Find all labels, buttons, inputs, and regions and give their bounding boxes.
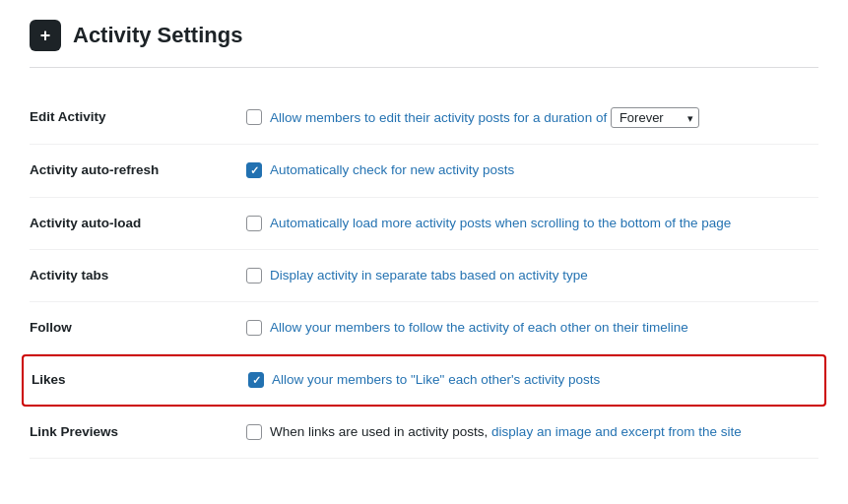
row-label-activity-auto-load: Activity auto-load bbox=[30, 214, 246, 230]
settings-row-link-previews: Link PreviewsWhen links are used in acti… bbox=[30, 407, 818, 459]
settings-row-edit-activity: Edit ActivityAllow members to edit their… bbox=[30, 92, 818, 145]
checkbox-activity-tabs[interactable] bbox=[246, 268, 262, 284]
row-label-activity-tabs: Activity tabs bbox=[30, 266, 246, 283]
page-header: + Activity Settings bbox=[30, 20, 818, 68]
row-label-likes: Likes bbox=[32, 370, 248, 387]
row-content-follow: Allow your members to follow the activit… bbox=[246, 318, 818, 338]
settings-row-follow: FollowAllow your members to follow the a… bbox=[30, 302, 818, 354]
row-description-activity-tabs: Display activity in separate tabs based … bbox=[270, 266, 588, 285]
row-content-link-previews: When links are used in activity posts, d… bbox=[246, 422, 818, 442]
settings-row-likes: LikesAllow your members to "Like" each o… bbox=[22, 354, 826, 406]
row-content-activity-auto-refresh: Automatically check for new activity pos… bbox=[246, 160, 818, 180]
row-description-activity-auto-refresh: Automatically check for new activity pos… bbox=[270, 160, 514, 180]
row-description-edit-activity: Allow members to edit their activity pos… bbox=[270, 107, 699, 128]
page-title: Activity Settings bbox=[73, 23, 242, 48]
row-description-follow: Allow your members to follow the activit… bbox=[270, 318, 688, 338]
row-content-edit-activity: Allow members to edit their activity pos… bbox=[246, 107, 818, 128]
row-description-link-previews: When links are used in activity posts, d… bbox=[270, 422, 742, 442]
row-content-activity-auto-load: Automatically load more activity posts w… bbox=[246, 214, 818, 233]
row-description-likes: Allow your members to "Like" each other'… bbox=[272, 370, 600, 390]
checkbox-follow[interactable] bbox=[246, 320, 262, 336]
checkbox-link-previews[interactable] bbox=[246, 424, 262, 440]
row-content-likes: Allow your members to "Like" each other'… bbox=[248, 370, 816, 390]
row-label-edit-activity: Edit Activity bbox=[30, 107, 246, 124]
row-description-activity-auto-load: Automatically load more activity posts w… bbox=[270, 214, 731, 233]
settings-list: Edit ActivityAllow members to edit their… bbox=[30, 92, 818, 459]
settings-row-activity-tabs: Activity tabsDisplay activity in separat… bbox=[30, 250, 818, 302]
checkbox-activity-auto-refresh[interactable] bbox=[246, 162, 262, 178]
row-label-follow: Follow bbox=[30, 318, 246, 335]
row-label-activity-auto-refresh: Activity auto-refresh bbox=[30, 160, 246, 177]
checkbox-activity-auto-load[interactable] bbox=[246, 216, 262, 231]
row-content-activity-tabs: Display activity in separate tabs based … bbox=[246, 266, 818, 285]
checkbox-likes[interactable] bbox=[248, 372, 264, 388]
header-icon: + bbox=[30, 20, 61, 51]
checkbox-edit-activity[interactable] bbox=[246, 109, 262, 125]
duration-select[interactable]: Forever1 hour6 hours24 hours bbox=[611, 107, 699, 128]
settings-row-activity-auto-load: Activity auto-loadAutomatically load mor… bbox=[30, 198, 818, 250]
settings-row-activity-auto-refresh: Activity auto-refreshAutomatically check… bbox=[30, 145, 818, 197]
row-label-link-previews: Link Previews bbox=[30, 422, 246, 439]
